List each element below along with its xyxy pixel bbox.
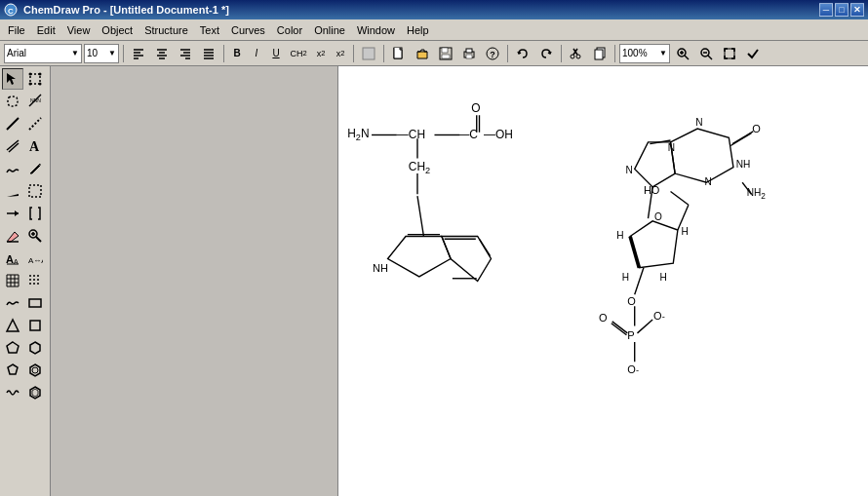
menu-text[interactable]: Text	[194, 22, 225, 38]
new-button[interactable]	[388, 44, 410, 63]
menu-color[interactable]: Color	[271, 22, 308, 38]
rotate-tool[interactable]	[24, 68, 46, 90]
cut-button[interactable]	[566, 44, 587, 63]
zoom-in-button[interactable]	[672, 44, 693, 63]
menu-structure[interactable]: Structure	[138, 22, 194, 38]
fontsize-dropdown[interactable]: 10 ▼	[84, 44, 119, 63]
svg-text:A↔A: A↔A	[28, 256, 43, 265]
hexagon-tool[interactable]	[24, 337, 46, 359]
minimize-button[interactable]: ─	[819, 3, 833, 17]
marquee-tool[interactable]	[24, 180, 46, 202]
measure-tool[interactable]: NNN	[24, 91, 46, 112]
align-left-button[interactable]	[128, 44, 149, 63]
drawing-canvas[interactable]: H2N —CH —C O —OH CH2	[338, 66, 868, 496]
bracket-tool[interactable]	[24, 203, 46, 224]
zoom-tool[interactable]	[24, 225, 46, 247]
save-button[interactable]	[435, 44, 456, 63]
svg-rect-31	[595, 50, 603, 59]
tool-row-7	[2, 203, 48, 224]
subscript-button[interactable]: x2	[312, 45, 330, 62]
check-button[interactable]	[742, 44, 764, 63]
rectangle-tool[interactable]	[24, 292, 46, 314]
toolbar-separator-3	[353, 45, 354, 62]
menu-object[interactable]: Object	[96, 22, 138, 38]
menu-edit[interactable]: Edit	[31, 22, 61, 38]
svg-text:NNN: NNN	[30, 97, 41, 103]
font-dropdown[interactable]: Arial ▼	[4, 44, 82, 63]
svg-text:N: N	[626, 165, 633, 175]
wavy-line-tool[interactable]	[2, 382, 23, 403]
svg-text:—OH: —OH	[484, 128, 513, 141]
menu-window[interactable]: Window	[351, 22, 401, 38]
undo-button[interactable]	[512, 44, 533, 63]
benzene-tool[interactable]	[24, 360, 46, 381]
close-button[interactable]: ✕	[850, 3, 864, 17]
align-center-button[interactable]	[151, 44, 173, 63]
atom-map-tool[interactable]: A↔A	[24, 248, 46, 269]
svg-point-28	[571, 55, 574, 58]
superscript-button[interactable]: x2	[332, 45, 349, 62]
window-controls[interactable]: ─ □ ✕	[819, 3, 864, 17]
tool-row-15	[2, 382, 48, 403]
tool-row-9: AA A↔A	[2, 248, 48, 269]
help-button[interactable]: ?	[482, 44, 503, 63]
wedge-tool[interactable]	[2, 180, 23, 202]
maximize-button[interactable]: □	[835, 3, 848, 17]
dotted-tool[interactable]	[24, 270, 46, 291]
zoom-dropdown[interactable]: 100% ▼	[619, 44, 670, 63]
fit-button[interactable]	[719, 44, 740, 63]
subscript-ch2-button[interactable]: CH2	[287, 45, 310, 62]
tool-row-13	[2, 337, 48, 359]
svg-text:N: N	[704, 176, 711, 187]
arrow-tool[interactable]	[2, 203, 23, 224]
redo-button[interactable]	[535, 44, 557, 63]
color-swatch[interactable]	[358, 44, 379, 63]
lasso-tool[interactable]	[2, 91, 23, 112]
resize-text-tool[interactable]: AA	[2, 248, 23, 269]
more-rings-tool[interactable]	[24, 382, 46, 403]
text-tool[interactable]: A	[24, 135, 46, 157]
pen-tool[interactable]	[24, 158, 46, 179]
print-button[interactable]	[458, 44, 480, 63]
open-button[interactable]	[412, 44, 433, 63]
select-tool[interactable]	[2, 68, 23, 90]
toolbar-separator-7	[614, 45, 615, 62]
bond-double-tool[interactable]	[2, 135, 23, 157]
svg-marker-115	[671, 129, 733, 182]
canvas-area[interactable]: H2N —CH —C O —OH CH2	[51, 66, 868, 496]
wave-tool[interactable]	[2, 292, 23, 314]
svg-line-139	[635, 268, 644, 295]
underline-button[interactable]: U	[267, 45, 285, 62]
bond-single-tool[interactable]	[2, 113, 23, 134]
toolbox: NNN A	[0, 66, 51, 496]
menu-file[interactable]: File	[2, 22, 31, 38]
wavy-bond-tool[interactable]	[2, 158, 23, 179]
menu-curves[interactable]: Curves	[225, 22, 271, 38]
toolbar-separator-4	[383, 45, 384, 62]
triangle-tool[interactable]	[2, 315, 23, 336]
copy-button[interactable]	[589, 44, 611, 63]
grid-tool[interactable]	[2, 270, 23, 291]
eraser-tool[interactable]	[2, 225, 23, 247]
menu-help[interactable]: Help	[401, 22, 435, 38]
menu-online[interactable]: Online	[308, 22, 351, 38]
tool-row-12	[2, 315, 48, 336]
tool-row-4: A	[2, 135, 48, 157]
menu-view[interactable]: View	[61, 22, 97, 38]
svg-point-84	[37, 283, 39, 285]
titlebar: C ChemDraw Pro - [Untitled Document-1 *]…	[0, 0, 868, 19]
svg-point-83	[33, 283, 35, 285]
cyclopentane-tool[interactable]	[2, 360, 23, 381]
bond-dashed-tool[interactable]	[24, 113, 46, 134]
bold-button[interactable]: B	[228, 45, 246, 62]
align-justify-button[interactable]	[198, 44, 219, 63]
square-tool[interactable]	[24, 315, 46, 336]
svg-line-117	[732, 132, 753, 144]
svg-line-49	[7, 118, 19, 130]
svg-rect-87	[30, 321, 40, 330]
tool-row-3	[2, 113, 48, 134]
italic-button[interactable]: I	[248, 45, 265, 62]
pentagon-tool[interactable]	[2, 337, 23, 359]
align-right-button[interactable]	[175, 44, 196, 63]
zoom-out-button[interactable]	[695, 44, 717, 63]
